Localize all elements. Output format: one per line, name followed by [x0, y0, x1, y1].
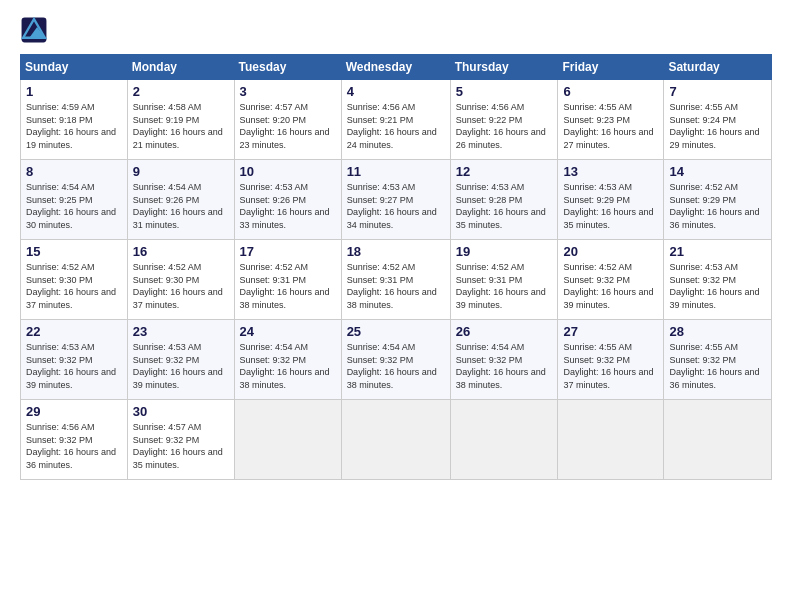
day-number: 3: [240, 84, 336, 99]
day-cell: 29 Sunrise: 4:56 AMSunset: 9:32 PMDaylig…: [21, 400, 128, 480]
day-number: 10: [240, 164, 336, 179]
column-header-friday: Friday: [558, 55, 664, 80]
logo-icon: [20, 16, 48, 44]
day-cell: 18 Sunrise: 4:52 AMSunset: 9:31 PMDaylig…: [341, 240, 450, 320]
day-info: Sunrise: 4:54 AMSunset: 9:32 PMDaylight:…: [240, 342, 330, 390]
day-info: Sunrise: 4:58 AMSunset: 9:19 PMDaylight:…: [133, 102, 223, 150]
day-cell: 2 Sunrise: 4:58 AMSunset: 9:19 PMDayligh…: [127, 80, 234, 160]
day-cell: 15 Sunrise: 4:52 AMSunset: 9:30 PMDaylig…: [21, 240, 128, 320]
day-info: Sunrise: 4:52 AMSunset: 9:30 PMDaylight:…: [133, 262, 223, 310]
day-cell: 22 Sunrise: 4:53 AMSunset: 9:32 PMDaylig…: [21, 320, 128, 400]
day-info: Sunrise: 4:53 AMSunset: 9:29 PMDaylight:…: [563, 182, 653, 230]
day-number: 20: [563, 244, 658, 259]
day-cell: 21 Sunrise: 4:53 AMSunset: 9:32 PMDaylig…: [664, 240, 772, 320]
day-cell: 14 Sunrise: 4:52 AMSunset: 9:29 PMDaylig…: [664, 160, 772, 240]
day-info: Sunrise: 4:56 AMSunset: 9:32 PMDaylight:…: [26, 422, 116, 470]
day-cell: 10 Sunrise: 4:53 AMSunset: 9:26 PMDaylig…: [234, 160, 341, 240]
day-cell: 19 Sunrise: 4:52 AMSunset: 9:31 PMDaylig…: [450, 240, 558, 320]
column-header-thursday: Thursday: [450, 55, 558, 80]
day-cell: 23 Sunrise: 4:53 AMSunset: 9:32 PMDaylig…: [127, 320, 234, 400]
day-number: 1: [26, 84, 122, 99]
day-info: Sunrise: 4:53 AMSunset: 9:32 PMDaylight:…: [26, 342, 116, 390]
day-info: Sunrise: 4:57 AMSunset: 9:20 PMDaylight:…: [240, 102, 330, 150]
day-number: 2: [133, 84, 229, 99]
day-number: 18: [347, 244, 445, 259]
day-info: Sunrise: 4:55 AMSunset: 9:32 PMDaylight:…: [669, 342, 759, 390]
day-info: Sunrise: 4:56 AMSunset: 9:22 PMDaylight:…: [456, 102, 546, 150]
column-header-monday: Monday: [127, 55, 234, 80]
day-number: 25: [347, 324, 445, 339]
column-header-wednesday: Wednesday: [341, 55, 450, 80]
day-number: 19: [456, 244, 553, 259]
day-number: 14: [669, 164, 766, 179]
week-row-4: 22 Sunrise: 4:53 AMSunset: 9:32 PMDaylig…: [21, 320, 772, 400]
day-number: 13: [563, 164, 658, 179]
day-number: 16: [133, 244, 229, 259]
week-row-2: 8 Sunrise: 4:54 AMSunset: 9:25 PMDayligh…: [21, 160, 772, 240]
day-number: 29: [26, 404, 122, 419]
day-number: 8: [26, 164, 122, 179]
day-cell: 20 Sunrise: 4:52 AMSunset: 9:32 PMDaylig…: [558, 240, 664, 320]
day-info: Sunrise: 4:52 AMSunset: 9:30 PMDaylight:…: [26, 262, 116, 310]
day-number: 11: [347, 164, 445, 179]
day-number: 4: [347, 84, 445, 99]
calendar: SundayMondayTuesdayWednesdayThursdayFrid…: [20, 54, 772, 480]
day-cell: 7 Sunrise: 4:55 AMSunset: 9:24 PMDayligh…: [664, 80, 772, 160]
column-header-saturday: Saturday: [664, 55, 772, 80]
day-number: 22: [26, 324, 122, 339]
day-number: 21: [669, 244, 766, 259]
day-cell: [558, 400, 664, 480]
day-info: Sunrise: 4:53 AMSunset: 9:32 PMDaylight:…: [133, 342, 223, 390]
day-info: Sunrise: 4:57 AMSunset: 9:32 PMDaylight:…: [133, 422, 223, 470]
day-number: 26: [456, 324, 553, 339]
day-number: 12: [456, 164, 553, 179]
day-number: 15: [26, 244, 122, 259]
day-cell: [234, 400, 341, 480]
page: SundayMondayTuesdayWednesdayThursdayFrid…: [0, 0, 792, 612]
day-cell: 30 Sunrise: 4:57 AMSunset: 9:32 PMDaylig…: [127, 400, 234, 480]
day-number: 24: [240, 324, 336, 339]
day-cell: 11 Sunrise: 4:53 AMSunset: 9:27 PMDaylig…: [341, 160, 450, 240]
day-cell: 13 Sunrise: 4:53 AMSunset: 9:29 PMDaylig…: [558, 160, 664, 240]
column-header-tuesday: Tuesday: [234, 55, 341, 80]
day-cell: 9 Sunrise: 4:54 AMSunset: 9:26 PMDayligh…: [127, 160, 234, 240]
day-cell: 5 Sunrise: 4:56 AMSunset: 9:22 PMDayligh…: [450, 80, 558, 160]
day-cell: [450, 400, 558, 480]
day-info: Sunrise: 4:53 AMSunset: 9:27 PMDaylight:…: [347, 182, 437, 230]
day-cell: 1 Sunrise: 4:59 AMSunset: 9:18 PMDayligh…: [21, 80, 128, 160]
day-info: Sunrise: 4:52 AMSunset: 9:29 PMDaylight:…: [669, 182, 759, 230]
column-header-sunday: Sunday: [21, 55, 128, 80]
day-info: Sunrise: 4:54 AMSunset: 9:26 PMDaylight:…: [133, 182, 223, 230]
day-cell: 8 Sunrise: 4:54 AMSunset: 9:25 PMDayligh…: [21, 160, 128, 240]
day-number: 23: [133, 324, 229, 339]
day-cell: 25 Sunrise: 4:54 AMSunset: 9:32 PMDaylig…: [341, 320, 450, 400]
day-info: Sunrise: 4:54 AMSunset: 9:25 PMDaylight:…: [26, 182, 116, 230]
day-info: Sunrise: 4:52 AMSunset: 9:32 PMDaylight:…: [563, 262, 653, 310]
day-info: Sunrise: 4:54 AMSunset: 9:32 PMDaylight:…: [347, 342, 437, 390]
day-cell: 3 Sunrise: 4:57 AMSunset: 9:20 PMDayligh…: [234, 80, 341, 160]
day-info: Sunrise: 4:52 AMSunset: 9:31 PMDaylight:…: [347, 262, 437, 310]
day-cell: 6 Sunrise: 4:55 AMSunset: 9:23 PMDayligh…: [558, 80, 664, 160]
header: [20, 16, 772, 44]
day-cell: [664, 400, 772, 480]
day-number: 9: [133, 164, 229, 179]
logo: [20, 16, 52, 44]
day-cell: 12 Sunrise: 4:53 AMSunset: 9:28 PMDaylig…: [450, 160, 558, 240]
day-info: Sunrise: 4:53 AMSunset: 9:32 PMDaylight:…: [669, 262, 759, 310]
day-info: Sunrise: 4:56 AMSunset: 9:21 PMDaylight:…: [347, 102, 437, 150]
day-info: Sunrise: 4:52 AMSunset: 9:31 PMDaylight:…: [240, 262, 330, 310]
day-info: Sunrise: 4:55 AMSunset: 9:32 PMDaylight:…: [563, 342, 653, 390]
week-row-3: 15 Sunrise: 4:52 AMSunset: 9:30 PMDaylig…: [21, 240, 772, 320]
day-cell: 16 Sunrise: 4:52 AMSunset: 9:30 PMDaylig…: [127, 240, 234, 320]
day-info: Sunrise: 4:52 AMSunset: 9:31 PMDaylight:…: [456, 262, 546, 310]
day-info: Sunrise: 4:53 AMSunset: 9:28 PMDaylight:…: [456, 182, 546, 230]
day-number: 17: [240, 244, 336, 259]
header-row: SundayMondayTuesdayWednesdayThursdayFrid…: [21, 55, 772, 80]
day-number: 7: [669, 84, 766, 99]
day-cell: 24 Sunrise: 4:54 AMSunset: 9:32 PMDaylig…: [234, 320, 341, 400]
day-cell: 17 Sunrise: 4:52 AMSunset: 9:31 PMDaylig…: [234, 240, 341, 320]
week-row-5: 29 Sunrise: 4:56 AMSunset: 9:32 PMDaylig…: [21, 400, 772, 480]
day-cell: 27 Sunrise: 4:55 AMSunset: 9:32 PMDaylig…: [558, 320, 664, 400]
day-cell: [341, 400, 450, 480]
day-cell: 26 Sunrise: 4:54 AMSunset: 9:32 PMDaylig…: [450, 320, 558, 400]
